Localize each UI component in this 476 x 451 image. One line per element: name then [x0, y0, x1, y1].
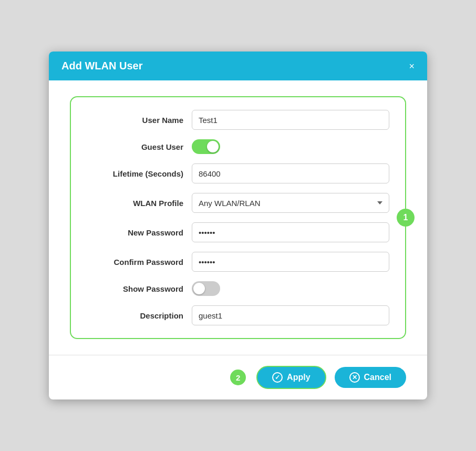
description-input[interactable]	[192, 305, 389, 325]
modal-body: 1 User Name Guest User	[49, 80, 427, 355]
description-label: Description	[87, 311, 192, 320]
show-password-track	[192, 281, 220, 296]
guest-user-label: Guest User	[87, 142, 192, 151]
confirm-password-row: Confirm Password	[87, 252, 389, 272]
show-password-row: Show Password	[87, 281, 389, 296]
username-row: User Name	[87, 110, 389, 130]
cancel-x-icon: ✕	[349, 372, 360, 383]
footer-badges: 2	[230, 370, 248, 385]
confirm-password-input[interactable]	[192, 252, 389, 272]
guest-user-toggle[interactable]	[192, 139, 220, 154]
close-button[interactable]: ×	[409, 62, 415, 71]
new-password-row: New Password	[87, 222, 389, 242]
new-password-input[interactable]	[192, 222, 389, 242]
add-wlan-user-modal: Add WLAN User × 1 User Name Guest User	[49, 52, 427, 399]
form-card: 1 User Name Guest User	[70, 96, 406, 339]
lifetime-label: Lifetime (Seconds)	[87, 169, 192, 178]
cancel-label: Cancel	[364, 373, 391, 382]
apply-label: Apply	[287, 373, 310, 382]
modal-overlay: Add WLAN User × 1 User Name Guest User	[0, 0, 476, 451]
lifetime-row: Lifetime (Seconds)	[87, 163, 389, 183]
new-password-label: New Password	[87, 228, 192, 237]
modal-header: Add WLAN User ×	[49, 52, 427, 80]
wlan-profile-label: WLAN Profile	[87, 199, 192, 208]
wlan-profile-row: WLAN Profile Any WLAN/RLAN WLAN1 WLAN2 R…	[87, 193, 389, 213]
username-label: User Name	[87, 116, 192, 125]
confirm-password-label: Confirm Password	[87, 258, 192, 266]
username-input[interactable]	[192, 110, 389, 130]
lifetime-input[interactable]	[192, 163, 389, 183]
wlan-profile-select[interactable]: Any WLAN/RLAN WLAN1 WLAN2 RLAN1	[192, 193, 389, 213]
step2-badge: 2	[230, 370, 246, 385]
guest-user-toggle-wrapper	[192, 139, 220, 154]
show-password-toggle-wrapper	[192, 281, 220, 296]
apply-button[interactable]: ✓ Apply	[256, 366, 326, 389]
modal-footer: 2 ✓ Apply ✕ Cancel	[49, 355, 427, 399]
apply-check-icon: ✓	[272, 372, 283, 383]
show-password-label: Show Password	[87, 284, 192, 293]
guest-user-row: Guest User	[87, 139, 389, 154]
step1-badge: 1	[397, 209, 415, 227]
cancel-button[interactable]: ✕ Cancel	[335, 367, 406, 388]
show-password-thumb	[193, 283, 205, 294]
description-row: Description	[87, 305, 389, 325]
guest-user-thumb	[207, 141, 219, 152]
show-password-toggle[interactable]	[192, 281, 220, 296]
guest-user-track	[192, 139, 220, 154]
modal-title: Add WLAN User	[61, 60, 142, 72]
